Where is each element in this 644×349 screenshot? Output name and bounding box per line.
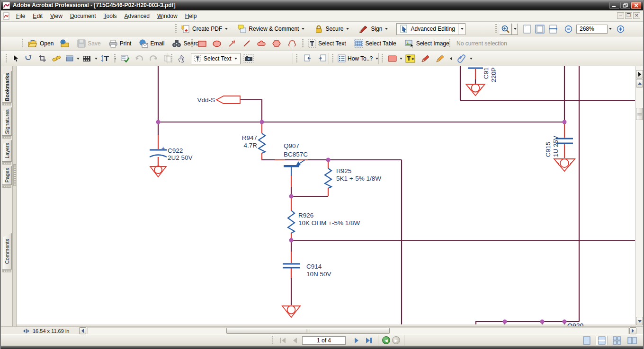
open-web-page-icon[interactable] [59, 39, 70, 48]
undo-icon[interactable] [132, 55, 146, 62]
menu-view[interactable]: View [46, 11, 66, 21]
hand-tool-icon[interactable] [175, 54, 189, 63]
hide-howto-button[interactable] [636, 70, 643, 79]
toolbar-grip[interactable] [302, 39, 304, 48]
menu-file[interactable]: File [12, 11, 29, 21]
toolbar-grip[interactable] [191, 39, 193, 48]
scroll-up-button[interactable] [636, 79, 643, 87]
minimize-button[interactable] [609, 2, 619, 9]
tab-pages[interactable]: Pages [2, 166, 12, 185]
tab-comments[interactable]: Comments [2, 233, 12, 270]
zoom-level-combo[interactable]: 268% [576, 25, 608, 34]
highlight-tool-icon[interactable] [385, 55, 399, 62]
toolbar-grip[interactable] [296, 54, 297, 63]
link-tool-icon[interactable] [49, 55, 63, 62]
restore-button[interactable] [620, 2, 630, 9]
zoom-level-dropdown[interactable] [609, 28, 612, 30]
oval-tool-icon[interactable] [209, 40, 224, 47]
menu-document[interactable]: Document [66, 11, 100, 21]
menu-window[interactable]: Window [153, 11, 181, 21]
toolbar-grip[interactable] [175, 24, 177, 34]
secure-dropdown[interactable] [346, 28, 349, 30]
tab-layers[interactable]: Layers [2, 140, 12, 162]
zoom-in-button[interactable] [617, 25, 625, 33]
toolbar-grip[interactable] [6, 54, 7, 63]
splitter-toggle-icon[interactable] [23, 328, 30, 334]
toolbar-grip[interactable] [272, 336, 273, 345]
document-page[interactable]: Vdd-S + C922 2U2 50V R947 4.7R Q907 BC85… [17, 66, 635, 326]
tab-grip[interactable] [2, 136, 11, 139]
pane-splitter[interactable] [13, 66, 17, 326]
menu-edit[interactable]: Edit [29, 11, 46, 21]
attach-file-tool-icon[interactable] [455, 54, 469, 63]
select-object-tool-icon[interactable] [9, 54, 22, 62]
form-field-tool-icon[interactable] [63, 55, 76, 61]
tab-bookmarks[interactable]: Bookmarks [2, 71, 12, 103]
attach-tool-dropdown[interactable] [470, 58, 473, 60]
select-image-button[interactable]: Select Image [403, 38, 451, 49]
single-page-view-button[interactable] [581, 336, 593, 345]
continuous-view-button[interactable] [596, 336, 608, 345]
previous-view-button[interactable]: ◄ [382, 336, 390, 344]
tab-signatures[interactable]: Signatures [2, 107, 12, 136]
facing-view-button[interactable] [626, 336, 638, 345]
menu-help[interactable]: Help [181, 11, 201, 21]
tab-grip[interactable] [2, 162, 11, 165]
review-comment-button[interactable]: Review & Comment [235, 23, 306, 35]
scroll-right-button[interactable] [629, 327, 636, 334]
movie-tool-icon[interactable] [80, 55, 94, 62]
scroll-down-button[interactable] [636, 317, 643, 325]
vertical-scroll-thumb[interactable] [636, 108, 643, 120]
mdi-minimize-button[interactable]: – [617, 12, 624, 19]
select-table-button[interactable]: Select Table [352, 38, 398, 49]
tab-grip[interactable] [2, 103, 11, 105]
toolbar-grip[interactable] [171, 54, 172, 63]
save-button[interactable]: Save [75, 38, 102, 49]
toolbar-grip[interactable] [114, 54, 116, 63]
pencil-tool-icon[interactable] [418, 54, 433, 63]
toolbar-grip[interactable] [382, 54, 383, 63]
more-tools-collapse-icon[interactable] [450, 57, 452, 60]
zoom-in-tool-button[interactable] [499, 23, 512, 35]
cloud-tool-icon[interactable] [254, 40, 269, 47]
sign-dropdown[interactable] [385, 28, 388, 30]
redo-icon[interactable] [146, 55, 161, 62]
arrow-tool-icon[interactable] [224, 40, 240, 47]
create-pdf-dropdown[interactable] [225, 28, 228, 30]
horizontal-scrollbar[interactable] [87, 327, 629, 334]
pane-splitter-handle[interactable] [13, 164, 16, 186]
next-view-button[interactable]: ► [392, 336, 400, 344]
spell-check-icon[interactable] [118, 54, 132, 62]
last-page-button[interactable] [364, 336, 374, 345]
polyline-tool-icon[interactable] [284, 40, 299, 47]
crop-tool-icon[interactable] [35, 54, 49, 62]
tab-grip[interactable] [2, 185, 11, 188]
page-number-field[interactable] [302, 336, 346, 345]
vertical-scrollbar[interactable] [635, 66, 643, 326]
secure-button[interactable]: Secure [312, 23, 351, 35]
sign-button[interactable]: Sign [357, 23, 390, 35]
scroll-left-button[interactable] [79, 327, 86, 334]
pencil-eraser-tool-icon[interactable] [433, 54, 447, 63]
toolbar-grip[interactable] [449, 39, 450, 48]
first-page-button[interactable] [277, 336, 288, 345]
rectangle-tool-icon[interactable] [195, 40, 209, 47]
close-button[interactable] [631, 2, 641, 9]
create-pdf-button[interactable]: Create PDF [179, 23, 230, 35]
previous-page-button[interactable] [290, 336, 300, 345]
toolbar-grip[interactable] [22, 39, 23, 48]
article-tool-icon[interactable] [22, 54, 35, 62]
select-text-tool-button[interactable]: Select Text [191, 53, 241, 64]
mdi-close-button[interactable]: ✕ [633, 12, 640, 19]
fit-page-button[interactable] [533, 25, 546, 34]
toolbar-grip[interactable] [332, 54, 333, 63]
next-page-button[interactable] [351, 336, 362, 345]
advanced-editing-dropdown[interactable] [458, 23, 465, 35]
tab-grip[interactable] [2, 270, 11, 272]
snapshot-tool-icon[interactable] [241, 54, 257, 63]
print-button[interactable]: Print [107, 38, 134, 49]
select-text-button[interactable]: Select Text [306, 38, 348, 49]
zoom-out-button[interactable] [564, 25, 572, 33]
menu-advanced[interactable]: Advanced [121, 11, 153, 21]
open-button[interactable]: Open [26, 38, 55, 49]
